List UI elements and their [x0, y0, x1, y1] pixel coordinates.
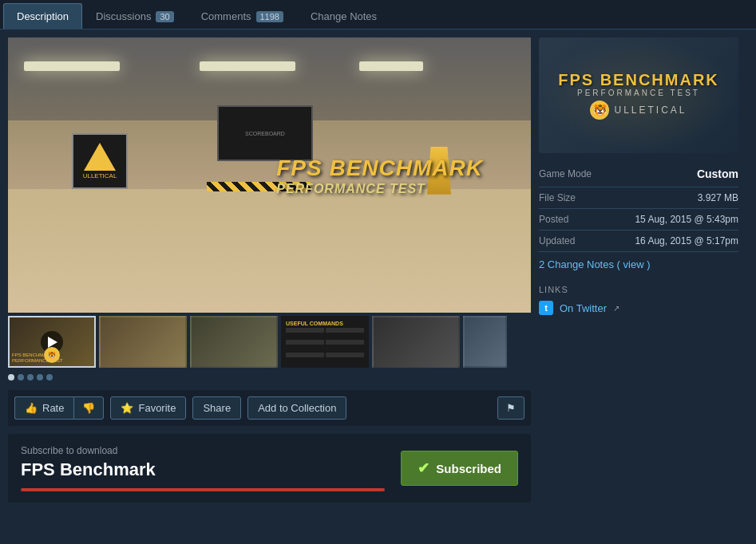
progress-dot-0[interactable]	[8, 374, 14, 380]
favorite-label: Favorite	[138, 402, 176, 414]
right-column: FPS BENCHMARK PERFORMANCE TEST 🐯 ULLETIC…	[539, 37, 738, 503]
rate-button-group: 👍 Rate 👎	[14, 396, 104, 420]
subscribe-info: Subscribe to download FPS Benchmark	[21, 445, 385, 491]
twitter-label: On Twitter	[560, 302, 607, 314]
progress-dot-4[interactable]	[46, 374, 53, 380]
tiger-icon: 🐯	[593, 104, 607, 116]
updated-row: Updated 16 Aug, 2015 @ 5:17pm	[539, 231, 738, 252]
progress-dots	[8, 371, 531, 384]
preview-logo-row: 🐯 ULLETICAL	[590, 101, 687, 120]
posted-label: Posted	[539, 214, 568, 225]
flag-icon: ⚑	[506, 402, 516, 414]
add-collection-label: Add to Collection	[258, 402, 336, 414]
progress-dot-1[interactable]	[18, 374, 24, 380]
game-mode-value: Custom	[697, 168, 738, 180]
tab-comments-label: Comments	[201, 10, 251, 22]
posted-row: Posted 15 Aug, 2015 @ 5:43pm	[539, 209, 738, 231]
main-content: ULLETICAL SCOREBOARD FPS BENCHMARK PERFO…	[0, 30, 756, 510]
game-mode-row: Game Mode Custom	[539, 161, 738, 187]
file-size-label: File Size	[539, 192, 576, 203]
tab-comments-badge: 1198	[256, 11, 283, 22]
change-notes-row: 2 Change Notes ( view )	[539, 252, 738, 277]
file-size-value: 3.927 MB	[698, 192, 738, 203]
thumbnail-1[interactable]	[99, 316, 187, 368]
file-size-row: File Size 3.927 MB	[539, 187, 738, 209]
subscribe-button-label: Subscribed	[436, 462, 501, 475]
share-button[interactable]: Share	[192, 396, 241, 420]
action-bar: 👍 Rate 👎 ⭐ Favorite Share Add to Collect…	[8, 390, 531, 426]
thumbnail-2[interactable]	[190, 316, 278, 368]
tabs-bar: Description Discussions 30 Comments 1198…	[0, 0, 756, 30]
preview-image: FPS BENCHMARK PERFORMANCE TEST 🐯 ULLETIC…	[539, 37, 738, 153]
thumbs-down-icon: 👎	[82, 402, 95, 414]
rate-down-button[interactable]: 👎	[73, 396, 104, 420]
check-icon: ✔	[418, 459, 429, 477]
posted-value: 15 Aug, 2015 @ 5:43pm	[635, 214, 738, 225]
preview-title-line2: PERFORMANCE TEST	[558, 89, 719, 97]
tab-changenotes[interactable]: Change Notes	[297, 3, 390, 29]
progress-dot-2[interactable]	[27, 374, 34, 380]
add-collection-button[interactable]: Add to Collection	[247, 396, 346, 420]
tab-changenotes-label: Change Notes	[311, 10, 377, 22]
twitter-link[interactable]: t On Twitter ↗	[539, 299, 738, 317]
rate-up-button[interactable]: 👍 Rate	[14, 396, 73, 420]
links-section: LINKS t On Twitter ↗	[539, 285, 738, 317]
thumbnail-4[interactable]	[372, 316, 460, 368]
subscribe-progress-bar	[21, 488, 385, 491]
preview-content: FPS BENCHMARK PERFORMANCE TEST 🐯 ULLETIC…	[539, 37, 738, 153]
game-mode-label: Game Mode	[539, 168, 592, 179]
links-header: LINKS	[539, 285, 738, 294]
updated-label: Updated	[539, 235, 575, 246]
subscribe-button-area: ✔ Subscribed	[401, 451, 518, 486]
tab-comments[interactable]: Comments 1198	[188, 3, 297, 29]
flag-button[interactable]: ⚑	[497, 396, 524, 420]
tab-description-label: Description	[17, 10, 69, 22]
subscribe-section: Subscribe to download FPS Benchmark ✔ Su…	[8, 434, 531, 503]
logo-box: ULLETICAL	[72, 133, 128, 189]
change-notes-link[interactable]: 2 Change Notes ( view )	[539, 258, 650, 270]
tab-description[interactable]: Description	[3, 3, 82, 29]
thumbs-up-icon: 👍	[25, 402, 38, 414]
tab-discussions-label: Discussions	[96, 10, 151, 22]
subscribe-title: FPS Benchmark	[21, 459, 385, 480]
left-column: ULLETICAL SCOREBOARD FPS BENCHMARK PERFO…	[8, 37, 531, 503]
twitter-icon: t	[539, 301, 553, 315]
tab-discussions[interactable]: Discussions 30	[82, 3, 188, 29]
change-notes-view: ( view )	[617, 258, 651, 270]
tab-discussions-badge: 30	[156, 11, 173, 22]
change-notes-text: 2 Change Notes	[539, 258, 614, 270]
thumbnail-0[interactable]: FPS BENCHMARKPERFORMANCE TEST 🐯	[8, 316, 96, 368]
rate-label: Rate	[42, 402, 64, 414]
benchmark-text: FPS BENCHMARK PERFORMANCE TEST	[276, 154, 483, 196]
twitter-bird-icon: t	[544, 303, 548, 313]
meta-section: Game Mode Custom File Size 3.927 MB Post…	[539, 161, 738, 277]
preview-logo-icon: 🐯	[590, 101, 609, 120]
thumbnail-5[interactable]	[463, 316, 507, 368]
thumbnails-row: FPS BENCHMARKPERFORMANCE TEST 🐯 USEFUL C…	[8, 316, 531, 368]
external-link-icon: ↗	[613, 304, 619, 313]
updated-value: 16 Aug, 2015 @ 5:17pm	[635, 235, 738, 246]
star-icon: ⭐	[121, 402, 133, 414]
sign-board: SCOREBOARD	[217, 105, 313, 161]
subscribe-button[interactable]: ✔ Subscribed	[401, 451, 518, 486]
share-label: Share	[203, 402, 231, 414]
thumbnail-3[interactable]: USEFUL COMMANDS	[281, 316, 369, 368]
preview-title-line1: FPS BENCHMARK	[558, 71, 719, 89]
main-screenshot[interactable]: ULLETICAL SCOREBOARD FPS BENCHMARK PERFO…	[8, 37, 531, 313]
progress-dot-3[interactable]	[37, 374, 43, 380]
preview-logo-text: ULLETICAL	[614, 104, 687, 116]
subscribe-label: Subscribe to download	[21, 445, 385, 456]
favorite-button[interactable]: ⭐ Favorite	[110, 396, 186, 420]
